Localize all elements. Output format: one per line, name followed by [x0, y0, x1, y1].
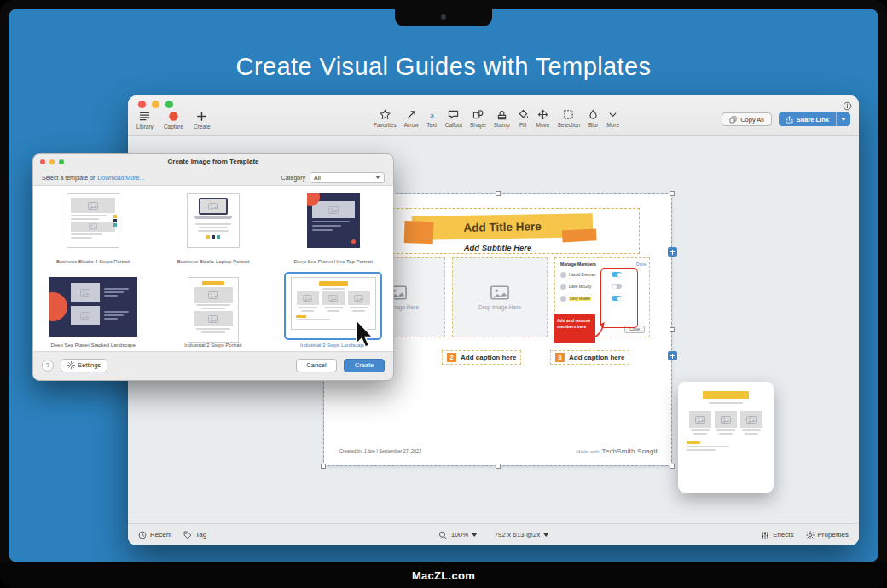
image-placeholder-icon: [89, 223, 97, 230]
tool-text[interactable]: a Text: [426, 109, 438, 128]
category-select[interactable]: All: [310, 172, 385, 183]
tool-stamp[interactable]: Stamp: [494, 109, 510, 128]
resize-handle[interactable]: [496, 191, 501, 196]
cancel-button[interactable]: Cancel: [296, 359, 337, 372]
category-label: Category: [281, 175, 305, 181]
canvas-size-control[interactable]: 792 x 613 @2x: [494, 531, 548, 539]
share-dropdown-button[interactable]: [836, 112, 850, 126]
avatar: [560, 296, 566, 302]
dialog-subheader: Select a template or Download More... Ca…: [33, 170, 393, 185]
image-placeholder-icon: [303, 295, 312, 302]
capture-icon: [168, 111, 179, 122]
image-placeholder-icon: [354, 295, 363, 302]
help-button[interactable]: ?: [42, 360, 54, 372]
add-section-button[interactable]: [668, 247, 677, 257]
image-placeholder-icon: [721, 416, 731, 424]
recent-button[interactable]: Recent: [138, 531, 171, 539]
dialog-footer: ? Settings Cancel Create: [33, 350, 393, 380]
tool-callout[interactable]: Callout: [445, 109, 462, 128]
tool-blur[interactable]: Blur: [588, 109, 599, 128]
tool-arrow[interactable]: Arrow: [404, 109, 419, 128]
gear-icon: [67, 361, 75, 369]
recent-icon: [138, 531, 147, 539]
red-callout[interactable]: Add and remove members here: [554, 314, 595, 343]
template-thumbnail: [187, 193, 240, 248]
resize-handle[interactable]: [670, 464, 675, 469]
tool-fill[interactable]: Fill: [518, 109, 529, 128]
tool-more[interactable]: More: [606, 109, 619, 128]
tag-button[interactable]: Tag: [183, 531, 206, 539]
tool-shape[interactable]: Shape: [470, 109, 486, 128]
more-icon: [607, 109, 618, 120]
resize-handle[interactable]: [670, 191, 675, 196]
minimize-button[interactable]: [49, 159, 55, 164]
download-more-link[interactable]: Download More...: [97, 175, 144, 181]
settings-button[interactable]: Settings: [61, 359, 107, 372]
red-annotation-rect[interactable]: [600, 268, 638, 328]
drop-image-zone[interactable]: Drop Image Here: [452, 257, 548, 337]
create-from-template-dialog: Create Image from Template Select a temp…: [32, 153, 394, 381]
minimize-button[interactable]: [152, 101, 159, 108]
template-cell[interactable]: Business Blocks 4 Steps Portrait: [33, 186, 154, 269]
tool-favorites[interactable]: Favorites: [374, 109, 397, 128]
arrow-icon: [406, 109, 417, 120]
image-placeholder-icon: [208, 291, 218, 299]
doc-title-banner[interactable]: Add Title Here: [412, 213, 593, 240]
caret-down-icon: [841, 118, 846, 121]
effects-button[interactable]: Effects: [761, 531, 793, 539]
laptop-bottom-bar: MacZL.com: [0, 562, 887, 588]
template-cell[interactable]: Business Blocks Laptop Portrait: [154, 186, 274, 269]
image-placeholder-icon: [80, 289, 90, 297]
library-button[interactable]: Library: [136, 111, 154, 130]
properties-button[interactable]: Properties: [806, 531, 849, 539]
tag-icon: [183, 531, 192, 539]
zoom-button[interactable]: [59, 159, 64, 164]
resize-handle[interactable]: [496, 464, 501, 469]
template-mini-preview[interactable]: [678, 382, 774, 493]
close-button[interactable]: [40, 159, 45, 164]
gear-icon: [806, 531, 815, 539]
caption-field[interactable]: 2 Add caption here: [442, 350, 521, 365]
info-icon: [843, 101, 852, 111]
caption-field[interactable]: 3 Add caption here: [550, 350, 629, 365]
editor-statusbar: Recent Tag 100% 792 x 613 @2x: [128, 523, 859, 545]
selection-icon: [563, 109, 574, 120]
dialog-titlebar: Create Image from Template: [33, 154, 393, 170]
screenshot-content[interactable]: Manage Members Done Harold Brennan Dave …: [554, 257, 650, 337]
close-button[interactable]: [138, 101, 146, 108]
create-button[interactable]: Create: [194, 111, 211, 130]
zoom-icon: [438, 531, 447, 539]
svg-text:a: a: [430, 110, 434, 120]
tool-selection[interactable]: Selection: [557, 109, 580, 128]
brand-label: MacZL.com: [412, 569, 475, 582]
template-cell[interactable]: Deep Sea Planet Hero Top Portrait: [273, 186, 393, 269]
add-section-button[interactable]: [668, 351, 677, 360]
copy-all-button[interactable]: Copy All: [722, 112, 772, 126]
create-confirm-button[interactable]: Create: [344, 359, 385, 372]
hero-title: Create Visual Guides with Templates: [9, 53, 878, 81]
zoom-level-control[interactable]: 100%: [451, 531, 477, 539]
library-icon: [139, 111, 150, 122]
resize-handle[interactable]: [321, 464, 326, 469]
image-placeholder-icon: [88, 202, 98, 210]
capture-button[interactable]: Capture: [164, 111, 183, 130]
move-icon: [537, 109, 548, 120]
camera: [441, 14, 446, 20]
template-thumbnail: [49, 277, 137, 337]
drawing-tools: Favorites Arrow a Text Callout: [374, 109, 619, 128]
template-cell[interactable]: Industrial 2 Steps Portrait: [154, 269, 274, 353]
image-placeholder-icon: [208, 315, 218, 323]
share-icon: [786, 116, 793, 124]
share-link-button[interactable]: Share Link: [779, 112, 850, 126]
zoom-button[interactable]: [165, 101, 173, 108]
tool-move[interactable]: Move: [536, 109, 550, 128]
window-controls: [138, 101, 173, 108]
callout-icon: [448, 109, 459, 120]
toolbar-right-group: Copy All Share Link: [722, 112, 850, 126]
dialog-title: Create Image from Template: [33, 154, 393, 170]
desktop: Create Visual Guides with Templates Libr…: [9, 9, 878, 562]
resize-handle[interactable]: [670, 327, 675, 332]
create-icon: [196, 111, 207, 122]
template-cell[interactable]: Deep Sea Planet Stacked Landscape: [33, 269, 154, 353]
template-grid: Business Blocks 4 Steps Portrait Busines…: [33, 185, 393, 352]
